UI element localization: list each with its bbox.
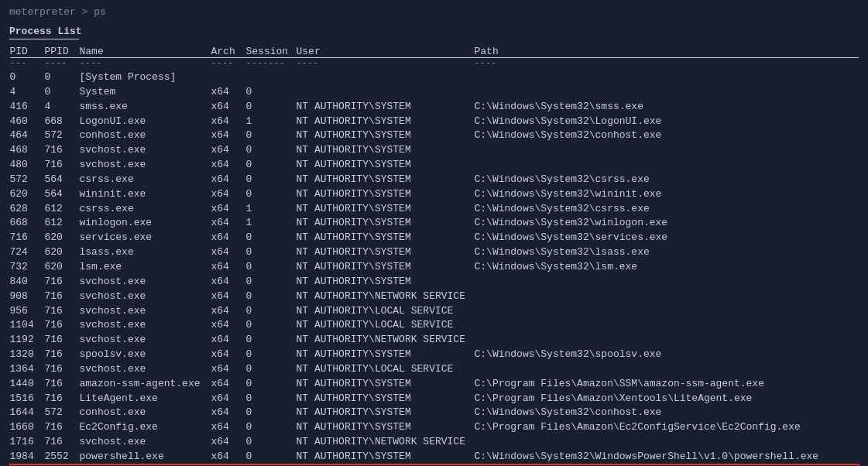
sep-ppid: ----: [45, 58, 80, 71]
table-row: 19842552powershell.exex640NT AUTHORITY\S…: [10, 450, 859, 464]
header-pid: PID: [10, 46, 45, 58]
header-arch: Arch: [211, 46, 246, 58]
table-row: 1104716svchost.exex640NT AUTHORITY\LOCAL…: [10, 318, 859, 333]
sep-pid: ---: [10, 58, 45, 71]
table-row: 724620lsass.exex640NT AUTHORITY\SYSTEMC:…: [10, 245, 859, 260]
table-row: 1364716svchost.exex640NT AUTHORITY\LOCAL…: [10, 362, 859, 377]
table-row: 464572conhost.exex640NT AUTHORITY\SYSTEM…: [10, 128, 859, 143]
header-session: Session: [246, 46, 297, 58]
table-row: 732620lsm.exex640NT AUTHORITY\SYSTEMC:\W…: [10, 260, 859, 275]
header-user: User: [297, 46, 475, 58]
terminal-window: meterpreter > ps Process List PID PPID N…: [9, 6, 859, 466]
table-row: 1440716amazon-ssm-agent.exex640NT AUTHOR…: [10, 377, 859, 392]
table-row: 908716svchost.exex640NT AUTHORITY\NETWOR…: [10, 290, 859, 304]
prompt-line: meterpreter > ps: [9, 6, 859, 18]
table-row: 1660716Ec2Config.exex640NT AUTHORITY\SYS…: [10, 420, 859, 435]
table-row: 1516716LiteAgent.exex640NT AUTHORITY\SYS…: [10, 392, 859, 406]
table-row: 628612csrss.exex641NT AUTHORITY\SYSTEMC:…: [10, 202, 859, 217]
table-row: 40Systemx640: [10, 85, 859, 100]
sep-user: ----: [297, 58, 475, 71]
table-row: 4164smss.exex640NT AUTHORITY\SYSTEMC:\Wi…: [10, 100, 859, 115]
process-table: PID PPID Name Arch Session User Path ---…: [9, 46, 859, 466]
table-row: 468716svchost.exex640NT AUTHORITY\SYSTEM: [10, 143, 859, 158]
table-row: 460668LogonUI.exex641NT AUTHORITY\SYSTEM…: [10, 115, 859, 129]
sep-session: -------: [246, 58, 297, 71]
table-row: 1716716svchost.exex640NT AUTHORITY\NETWO…: [10, 435, 859, 450]
prompt-text: meterpreter > ps: [9, 6, 106, 18]
sep-name: ----: [80, 58, 211, 71]
table-row: 1644572conhost.exex640NT AUTHORITY\SYSTE…: [10, 406, 859, 420]
table-row: 1192716svchost.exex640NT AUTHORITY\NETWO…: [10, 333, 859, 348]
table-row: 00[System Process]: [10, 70, 859, 85]
table-row: 668612winlogon.exex641NT AUTHORITY\SYSTE…: [10, 216, 859, 231]
separator-row: --- ---- ---- ---- ------- ---- ----: [10, 58, 859, 71]
sep-path: ----: [475, 58, 859, 71]
header-ppid: PPID: [45, 46, 80, 58]
table-row: 840716svchost.exex640NT AUTHORITY\SYSTEM: [10, 275, 859, 290]
table-header-row: PID PPID Name Arch Session User Path: [10, 46, 859, 58]
table-row: 716620services.exex640NT AUTHORITY\SYSTE…: [10, 231, 859, 245]
table-row: 956716svchost.exex640NT AUTHORITY\LOCAL …: [10, 304, 859, 319]
table-row: 480716svchost.exex640NT AUTHORITY\SYSTEM: [10, 158, 859, 173]
section-underline: [9, 39, 79, 39]
section-title: Process List: [9, 26, 859, 37]
table-row: 620564wininit.exex640NT AUTHORITY\SYSTEM…: [10, 187, 859, 202]
table-row: 572564csrss.exex640NT AUTHORITY\SYSTEMC:…: [10, 173, 859, 187]
sep-arch: ----: [211, 58, 246, 71]
table-row: 1320716spoolsv.exex640NT AUTHORITY\SYSTE…: [10, 348, 859, 362]
header-name: Name: [80, 46, 211, 58]
header-path: Path: [475, 46, 859, 58]
